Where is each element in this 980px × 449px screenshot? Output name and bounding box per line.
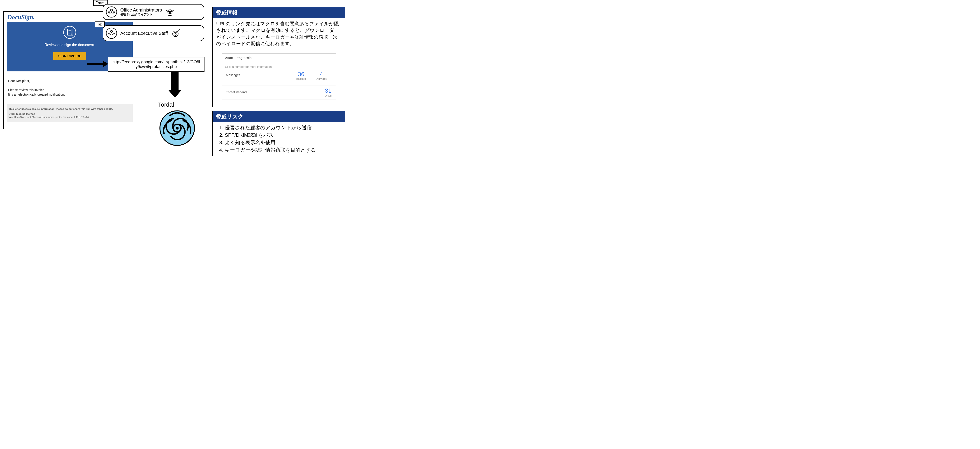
svg-point-11 bbox=[170, 12, 172, 14]
variants-count[interactable]: 31 bbox=[325, 87, 332, 94]
risk-item: 侵害された顧客のアカウントから送信 bbox=[225, 124, 340, 131]
risk-item: キーロガーや認証情報窃取を目的とする bbox=[225, 146, 340, 153]
arrow-to-malware bbox=[168, 72, 182, 99]
svg-point-8 bbox=[113, 11, 115, 13]
svg-point-9 bbox=[167, 10, 173, 11]
email-line2: It is an electronically created notifica… bbox=[8, 93, 131, 96]
attack-progression-panel: Attack Progression Click a number for mo… bbox=[222, 53, 336, 83]
svg-point-7 bbox=[108, 11, 110, 13]
footer-method-text: Visit DocuSign, click 'Access Documents'… bbox=[9, 116, 131, 118]
to-bubble: Account Executive Staff bbox=[103, 25, 204, 41]
variants-unit: URLs bbox=[325, 94, 332, 97]
group-icon bbox=[106, 27, 117, 39]
delivered-label: Delivered bbox=[311, 77, 332, 80]
malicious-url-box: http://feedproxy.google.com/~r/panfbtsk/… bbox=[108, 57, 205, 72]
document-icon bbox=[63, 26, 76, 39]
docusign-body: Dear Recipient, Please review this invoi… bbox=[3, 72, 136, 99]
footer-warning: This letter keeps a secure information. … bbox=[9, 107, 131, 110]
threat-info-card: 脅威情報 URLのリンク先にはマクロを含む悪意あるファイルが隠されています。マク… bbox=[212, 7, 345, 107]
svg-point-6 bbox=[110, 9, 112, 11]
arrow-to-url bbox=[87, 63, 108, 65]
svg-point-0 bbox=[64, 26, 76, 38]
from-subtitle: 侵害されたクライアント bbox=[120, 13, 162, 16]
threat-info-header: 脅威情報 bbox=[213, 7, 345, 18]
attack-progression-title: Attack Progression bbox=[222, 54, 336, 61]
svg-point-13 bbox=[106, 28, 117, 38]
delivered-count[interactable]: 4 bbox=[320, 71, 323, 78]
svg-line-20 bbox=[177, 30, 180, 32]
blocked-label: Blocked bbox=[291, 77, 311, 80]
docusign-hero-text: Review and sign the document. bbox=[7, 43, 133, 47]
svg-point-19 bbox=[175, 34, 176, 34]
svg-point-16 bbox=[113, 33, 115, 34]
risk-item: SPF/DKIM認証をパス bbox=[225, 131, 340, 139]
spy-icon bbox=[165, 7, 175, 17]
malware-name: Tordal bbox=[158, 101, 174, 108]
messages-label: Messages bbox=[226, 73, 291, 77]
to-title: Account Executive Staff bbox=[120, 31, 168, 36]
threat-risk-card: 脅威リスク 侵害された顧客のアカウントから送信 SPF/DKIM認証をパス よく… bbox=[212, 111, 345, 157]
from-title: Office Administrators bbox=[120, 8, 162, 13]
group-icon bbox=[106, 6, 117, 18]
email-line1: Please review this invoice bbox=[8, 88, 131, 92]
risk-item: よく知る表示名を使用 bbox=[225, 139, 340, 146]
svg-point-5 bbox=[106, 7, 117, 18]
from-bubble: Office Administrators 侵害されたクライアント bbox=[103, 4, 204, 20]
blocked-count[interactable]: 36 bbox=[298, 71, 304, 78]
threat-variants-panel: Threat Variants 31 URLs bbox=[222, 85, 336, 99]
biohazard-icon bbox=[158, 109, 196, 147]
svg-point-14 bbox=[110, 30, 112, 32]
to-tag: To: bbox=[95, 21, 105, 27]
threat-risk-header: 脅威リスク bbox=[213, 111, 345, 122]
threat-info-body: URLのリンク先にはマクロを含む悪意あるファイルが隠されています。マクロを有効に… bbox=[213, 18, 345, 49]
target-icon bbox=[171, 28, 181, 38]
variants-label: Threat Variants bbox=[226, 90, 325, 94]
svg-point-10 bbox=[168, 12, 170, 14]
attack-progression-subtitle: Click a number for more information bbox=[222, 61, 336, 69]
footer-method-title: Other Signing Method bbox=[9, 112, 131, 115]
svg-point-15 bbox=[108, 33, 110, 34]
svg-point-23 bbox=[177, 128, 178, 129]
email-greeting: Dear Recipient, bbox=[8, 79, 131, 83]
threat-risk-list: 侵害された顧客のアカウントから送信 SPF/DKIM認証をパス よく知る表示名を… bbox=[218, 124, 340, 153]
docusign-footer: This letter keeps a secure information. … bbox=[7, 104, 133, 122]
sign-invoice-button[interactable]: SIGN INVOICE bbox=[53, 52, 86, 60]
